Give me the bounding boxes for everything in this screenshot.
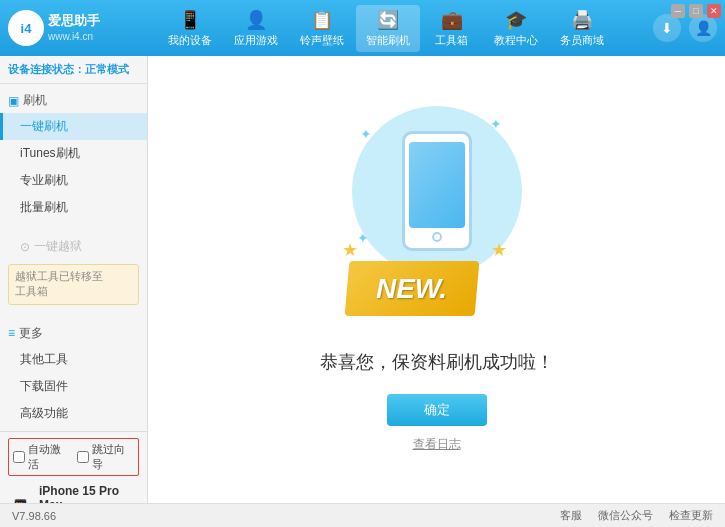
auto-activate-checkbox[interactable]: 自动激活 — [13, 442, 71, 472]
device-info: 📱 iPhone 15 Pro Max 512GB iPhone — [8, 480, 139, 503]
skip-guide-checkbox[interactable]: 跳过向导 — [77, 442, 135, 472]
nav-bar: 📱 我的设备 👤 应用游戏 📋 铃声壁纸 🔄 智能刷机 💼 工具箱 🎓 — [118, 5, 653, 52]
sidebar-item-pro[interactable]: 专业刷机 — [0, 167, 147, 194]
banner-star-left: ★ — [342, 239, 358, 261]
sidebar-item-download[interactable]: 下载固件 — [0, 373, 147, 400]
more-icon: ≡ — [8, 326, 15, 340]
connection-status: 设备连接状态：正常模式 — [0, 56, 147, 84]
flash-icon: ▣ — [8, 94, 19, 108]
nav-icon-ringtones: 📋 — [311, 9, 333, 31]
maximize-button[interactable]: □ — [689, 4, 703, 18]
view-log-link[interactable]: 查看日志 — [413, 436, 461, 453]
footer-link-service[interactable]: 客服 — [560, 508, 582, 523]
sidebar-bottom: 自动激活 跳过向导 📱 iPhone 15 Pro Max 512GB iPho… — [0, 431, 147, 503]
nav-item-tutorial[interactable]: 🎓 教程中心 — [484, 5, 548, 52]
logo-area: i4 爱思助手 www.i4.cn — [8, 10, 118, 46]
footer: V7.98.66 客服 微信公众号 检查更新 — [0, 503, 725, 527]
confirm-button[interactable]: 确定 — [387, 394, 487, 426]
sparkle-bottomleft: ✦ — [357, 230, 369, 246]
sidebar-notice: 越狱工具已转移至 工具箱 — [8, 264, 139, 305]
sidebar-section-more: ≡ 更多 其他工具 下载固件 高级功能 — [0, 317, 147, 431]
banner-star-right: ★ — [491, 239, 507, 261]
nav-item-apps-games[interactable]: 👤 应用游戏 — [224, 5, 288, 52]
window-controls: ─ □ ✕ — [671, 4, 721, 18]
footer-link-wechat[interactable]: 微信公众号 — [598, 508, 653, 523]
nav-icon-tutorial: 🎓 — [505, 9, 527, 31]
nav-item-toolbox[interactable]: 💼 工具箱 — [422, 5, 482, 52]
sidebar-item-advanced[interactable]: 高级功能 — [0, 400, 147, 427]
close-button[interactable]: ✕ — [707, 4, 721, 18]
download-button[interactable]: ⬇ — [653, 14, 681, 42]
device-phone-icon: 📱 — [8, 498, 33, 503]
footer-left: V7.98.66 — [12, 510, 56, 522]
content-area: ✦ ✦ ✦ NEW. ★ ★ 恭喜您，保资料刷机成功啦！ 确定 查看日志 — [148, 56, 725, 503]
section-header-flash: ▣ 刷机 — [0, 88, 147, 113]
new-ribbon: NEW. — [344, 261, 479, 316]
sidebar: 设备连接状态：正常模式 ▣ 刷机 一键刷机 iTunes刷机 专业刷机 批量刷机… — [0, 56, 148, 503]
new-text: NEW. — [376, 273, 447, 305]
sidebar-item-itunes[interactable]: iTunes刷机 — [0, 140, 147, 167]
phone-screen — [409, 142, 465, 228]
phone-body — [402, 131, 472, 251]
nav-item-smart-flash[interactable]: 🔄 智能刷机 — [356, 5, 420, 52]
header-right: ⬇ 👤 — [653, 14, 717, 42]
nav-item-my-device[interactable]: 📱 我的设备 — [158, 5, 222, 52]
nav-icon-my-device: 📱 — [179, 9, 201, 31]
nav-icon-service: 🖨️ — [571, 9, 593, 31]
sidebar-item-other-tools[interactable]: 其他工具 — [0, 346, 147, 373]
sparkle-topright: ✦ — [490, 116, 502, 132]
new-banner: NEW. ★ ★ — [337, 246, 537, 316]
device-name: iPhone 15 Pro Max — [39, 484, 139, 503]
nav-icon-smart-flash: 🔄 — [377, 9, 399, 31]
phone-home-button — [432, 232, 442, 242]
version-label: V7.98.66 — [12, 510, 56, 522]
footer-right: 客服 微信公众号 检查更新 — [560, 508, 713, 523]
section-header-more: ≡ 更多 — [0, 321, 147, 346]
checkbox-row: 自动激活 跳过向导 — [8, 438, 139, 476]
sidebar-item-jailbreak: ⊙ 一键越狱 — [0, 233, 147, 260]
logo-text: 爱思助手 www.i4.cn — [48, 13, 100, 43]
skip-guide-input[interactable] — [77, 451, 89, 463]
header: i4 爱思助手 www.i4.cn 📱 我的设备 👤 应用游戏 📋 铃声壁纸 🔄 — [0, 0, 725, 56]
main-container: 设备连接状态：正常模式 ▣ 刷机 一键刷机 iTunes刷机 专业刷机 批量刷机… — [0, 56, 725, 503]
sidebar-section-jailbreak: ⊙ 一键越狱 越狱工具已转移至 工具箱 — [0, 229, 147, 313]
sidebar-item-onekey[interactable]: 一键刷机 — [0, 113, 147, 140]
nav-item-service[interactable]: 🖨️ 务员商域 — [550, 5, 614, 52]
footer-link-update[interactable]: 检查更新 — [669, 508, 713, 523]
nav-icon-apps-games: 👤 — [245, 9, 267, 31]
sidebar-item-batch[interactable]: 批量刷机 — [0, 194, 147, 221]
success-illustration: ✦ ✦ ✦ NEW. ★ ★ — [337, 106, 537, 326]
nav-item-ringtones[interactable]: 📋 铃声壁纸 — [290, 5, 354, 52]
nav-icon-toolbox: 💼 — [441, 9, 463, 31]
logo-icon: i4 — [8, 10, 44, 46]
auto-activate-input[interactable] — [13, 451, 25, 463]
sparkle-topleft: ✦ — [360, 126, 372, 142]
user-button[interactable]: 👤 — [689, 14, 717, 42]
minimize-button[interactable]: ─ — [671, 4, 685, 18]
sidebar-section-flash: ▣ 刷机 一键刷机 iTunes刷机 专业刷机 批量刷机 — [0, 84, 147, 225]
success-title: 恭喜您，保资料刷机成功啦！ — [320, 350, 554, 374]
